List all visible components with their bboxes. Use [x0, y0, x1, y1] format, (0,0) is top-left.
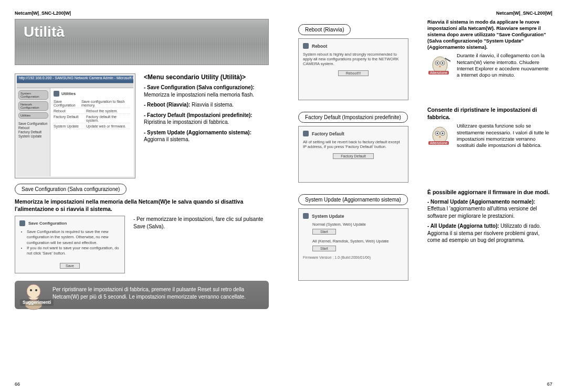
ui-sidebar: System Configuration Network Configurati… — [17, 88, 50, 176]
factory-icon — [303, 131, 309, 136]
svg-point-7 — [437, 62, 438, 64]
pill-reboot: Reboot (Riavvia) — [298, 24, 351, 35]
pill-factory: Factory Default (Impostazioni predefinit… — [298, 112, 408, 123]
reboot-screenshot: Reboot System reboot is highly and stron… — [298, 38, 408, 100]
sidebar-link: System Update — [18, 134, 48, 139]
sidebar-link: Save Configuration — [18, 122, 48, 126]
utilities-screenshot: http://192.168.0.200 - SAMSUNG Network C… — [15, 73, 135, 178]
banner: Utilità — [15, 19, 269, 65]
sidebar-link: Reboot — [18, 126, 48, 130]
reboot-note-bold: Riavvia il sistema in modo da applicare … — [427, 19, 552, 50]
save-button[interactable]: Save — [60, 263, 80, 269]
factory-screenshot: Factory Default All of setting will be r… — [298, 126, 408, 183]
page-left: Netcam|W|_SNC-L200|W| Utilità http://192… — [0, 0, 284, 392]
update-icon — [303, 213, 309, 219]
pill-save-config: Save Configuration (Salva configurazione… — [15, 184, 127, 195]
save-bullet: If you do not want to save your new conf… — [27, 246, 120, 256]
save-paragraph: Memorizza le impostazioni nella memoria … — [15, 198, 269, 213]
tip-label: Suggerimenti — [20, 299, 54, 306]
tip-text: Per ripristinare le impostazioni di fabb… — [52, 287, 246, 300]
sidebar-utilities: Utilities — [18, 112, 48, 119]
page-number: 67 — [547, 382, 552, 387]
panel-title: Utilities — [61, 91, 76, 96]
svg-point-13 — [437, 133, 438, 134]
utilities-table: Save ConfigurationSave configuration to … — [54, 99, 130, 129]
attention-label: Attenzione — [428, 141, 449, 145]
update-screenshot: System Update Normal (System, Web) Updat… — [298, 208, 408, 281]
page-number: 66 — [15, 382, 20, 387]
model-label-right: Netcam|W|_SNC-L200|W| — [298, 10, 552, 16]
svg-point-0 — [27, 284, 40, 298]
save-icon — [19, 220, 25, 226]
reboot-icon — [303, 43, 309, 49]
sidebar-link: Factory Default — [18, 130, 48, 134]
owl-attention-icon: Attenzione — [427, 123, 453, 146]
model-label-left: Netcam|W|_SNC-L200|W| — [15, 10, 269, 16]
save-side-note: - Per memorizzare le impostazioni, fare … — [133, 216, 269, 230]
update-row-label: All (Kernel, Ramdisk, System, Web) Updat… — [312, 239, 404, 243]
svg-point-14 — [442, 133, 444, 134]
menu-bullets: - Save Configuration (Salva configurazio… — [144, 84, 269, 143]
reboot-note: Durante il riavvio, il collegamento con … — [457, 52, 552, 78]
window-title: http://192.168.0.200 - SAMSUNG Network C… — [17, 76, 133, 83]
save-bullet: Save Configuration is required to save t… — [27, 229, 120, 245]
factory-note: Utilizzare questa funzione solo se stret… — [457, 123, 552, 149]
utilities-icon — [54, 91, 59, 97]
start-all-button[interactable]: Start — [312, 246, 336, 251]
section-title: <Menu secondario Utility (Utilità)> — [144, 73, 269, 81]
attention-label: Attenzione — [428, 71, 449, 75]
svg-point-8 — [442, 62, 444, 64]
start-normal-button[interactable]: Start — [312, 229, 336, 235]
factory-text: All of setting will be revert back to fa… — [303, 140, 404, 149]
update-bold: È possibile aggiornare il firmware in du… — [427, 189, 552, 196]
factory-button[interactable]: Factory Default — [333, 153, 373, 159]
sidebar-sysconfig: System Configuration — [18, 90, 48, 100]
owl-attention-icon: Attenzione — [427, 52, 453, 76]
factory-bold: Consente di ripristinare le impostazioni… — [427, 107, 552, 121]
save-config-screenshot: Save Configuration Save Configuration is… — [15, 216, 125, 273]
firmware-version: Firmware Version : 1.0 (Build:2006/01/06… — [303, 256, 404, 259]
reboot-button[interactable]: Reboot!!! — [338, 70, 369, 76]
update-row-label: Normal (System, Web) Update — [312, 222, 404, 227]
svg-point-2 — [35, 289, 37, 291]
pill-update: System Update (Aggiornamento sistema) — [298, 194, 408, 205]
tip-band: Suggerimenti Per ripristinare le imposta… — [15, 281, 269, 309]
svg-point-1 — [30, 289, 32, 291]
reboot-text: System reboot is highly and strongly rec… — [303, 52, 404, 66]
sidebar-netconfig: Network Configuration — [18, 101, 48, 111]
page-right: Netcam|W|_SNC-L200|W| Reboot (Riavvia) R… — [284, 0, 567, 392]
